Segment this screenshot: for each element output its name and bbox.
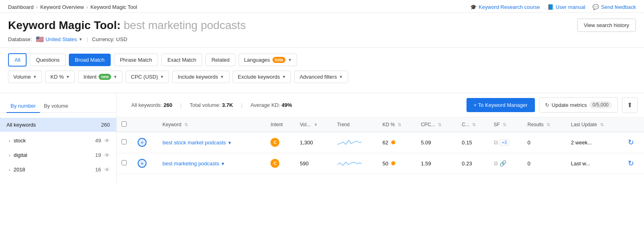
header-add <box>133 117 158 132</box>
header-com[interactable]: C... ⇅ <box>457 117 489 132</box>
filter-dropdowns-row: Volume ▼ KD % ▼ Intent new ▼ CPC (USD) ▼… <box>8 71 636 83</box>
header-results[interactable]: Results ⇅ <box>523 117 566 132</box>
header-sf[interactable]: SF ⇅ <box>489 117 523 132</box>
refresh-cell: ↻ <box>623 132 644 153</box>
trend-cell <box>332 132 378 153</box>
keyword-cell: best stock market podcasts ▼ <box>158 132 266 153</box>
tab-phrase-match[interactable]: Phrase Match <box>114 54 158 66</box>
export-button[interactable]: ⬆ <box>622 97 638 113</box>
keyword-expand[interactable]: ▼ <box>221 161 225 166</box>
group-item-stock[interactable]: › stock 49 👁 <box>6 133 112 148</box>
title-area: Keyword Magic Tool: best marketing podca… <box>8 19 246 43</box>
header-last-update[interactable]: Last Update ⇅ <box>566 117 623 132</box>
header-kd[interactable]: KD % ⇅ <box>378 117 416 132</box>
action-buttons: + To Keyword Manager ↻ Update metrics 0/… <box>466 97 638 113</box>
database-selector[interactable]: 🇺🇸 United States ▼ <box>36 35 83 43</box>
row-checkbox[interactable] <box>122 139 127 144</box>
cpc-cell: 5.09 <box>416 132 457 153</box>
keyword-expand[interactable]: ▼ <box>227 140 232 145</box>
last-update-cell: Last w... <box>566 153 623 174</box>
eye-icon[interactable]: 👁 <box>104 152 110 158</box>
include-keywords-filter[interactable]: Include keywords ▼ <box>172 71 229 83</box>
summary-bar: All keywords: 260 | Total volume: 3.7K |… <box>123 97 300 113</box>
add-keyword-button[interactable]: + <box>138 159 147 168</box>
breadcrumb-dashboard[interactable]: Dashboard <box>8 4 34 10</box>
advanced-filters[interactable]: Advanced filters ▼ <box>294 71 348 83</box>
sf-copy-icon[interactable]: ⧉ <box>494 139 498 146</box>
group-item-digital[interactable]: › digital 19 👁 <box>6 148 112 163</box>
refresh-button[interactable]: ↻ <box>628 159 634 167</box>
all-keywords-row[interactable]: All keywords 260 <box>0 118 116 132</box>
eye-icon[interactable]: 👁 <box>104 167 110 173</box>
user-manual-link[interactable]: 📘 User manual <box>547 4 586 10</box>
refresh-button[interactable]: ↻ <box>628 138 634 146</box>
sf-sort-icon: ⇅ <box>503 122 506 127</box>
keyword-link[interactable]: best marketing podcasts <box>163 161 219 167</box>
sf-more-badge[interactable]: +3 <box>500 139 510 146</box>
sf-copy-icon[interactable]: ⧉ <box>494 160 498 167</box>
tab-related[interactable]: Related <box>205 54 235 66</box>
tab-questions[interactable]: Questions <box>30 54 66 66</box>
tab-broad-match[interactable]: Broad Match <box>69 54 111 66</box>
update-metrics-count: 0/5,000 <box>589 101 612 108</box>
header-intent[interactable]: Intent <box>266 117 295 132</box>
breadcrumb: Dashboard › Keyword Overview › Keyword M… <box>8 4 137 10</box>
sf-link-icon[interactable]: 🔗 <box>500 160 506 167</box>
summary-actions-bar: All keywords: 260 | Total volume: 3.7K |… <box>117 93 644 117</box>
keywords-table: Keyword ⇅ Intent Vol... ▼ Trend KD % ⇅ C… <box>117 117 644 174</box>
database-row: Database: 🇺🇸 United States ▼ | Currency:… <box>8 35 246 43</box>
header-keyword[interactable]: Keyword ⇅ <box>158 117 266 132</box>
header-checkbox <box>117 117 133 132</box>
table: Keyword ⇅ Intent Vol... ▼ Trend KD % ⇅ C… <box>117 117 644 174</box>
feedback-icon: 💬 <box>592 4 599 10</box>
group-item-2018[interactable]: › 2018 16 👁 <box>6 163 112 177</box>
database-chevron: ▼ <box>78 37 83 42</box>
sort-by-volume[interactable]: By volume <box>40 100 72 113</box>
match-tabs-row: All Questions Broad Match Phrase Match E… <box>8 53 636 67</box>
kd-filter[interactable]: KD % ▼ <box>45 71 75 83</box>
intent-filter[interactable]: Intent new ▼ <box>78 71 122 83</box>
to-keyword-manager-button[interactable]: + To Keyword Manager <box>466 98 535 112</box>
header-volume[interactable]: Vol... ▼ <box>295 117 332 132</box>
kd-chevron: ▼ <box>66 75 70 79</box>
table-row: + best marketing podcasts ▼ C 590 <box>117 153 644 174</box>
cpc-cell: 1.59 <box>416 153 457 174</box>
view-history-button[interactable]: View search history <box>577 19 636 32</box>
intent-badge: C <box>270 138 279 147</box>
manual-icon: 📘 <box>547 4 554 10</box>
breadcrumb-keyword-overview[interactable]: Keyword Overview <box>40 4 84 10</box>
volume-sort-icon: ▼ <box>314 122 318 127</box>
eye-icon[interactable]: 👁 <box>104 138 110 144</box>
add-keyword-button[interactable]: + <box>138 138 147 147</box>
keyword-link[interactable]: best stock market podcasts <box>163 140 226 146</box>
main-content: All keywords: 260 | Total volume: 3.7K |… <box>117 93 644 183</box>
filters-section: All Questions Broad Match Phrase Match E… <box>0 48 644 93</box>
us-flag: 🇺🇸 <box>36 35 44 43</box>
breadcrumb-keyword-magic[interactable]: Keyword Magic Tool <box>91 4 137 10</box>
row-checkbox[interactable] <box>122 160 127 165</box>
kd-cell: 62 <box>378 132 416 153</box>
languages-dropdown[interactable]: Languages beta ▼ <box>239 54 297 66</box>
header-trend[interactable]: Trend <box>332 117 378 132</box>
new-badge: new <box>99 74 111 80</box>
sort-by-number[interactable]: By number <box>6 100 40 113</box>
sf-cell: ⧉ 🔗 <box>489 153 523 174</box>
exclude-keywords-filter[interactable]: Exclude keywords ▼ <box>233 71 291 83</box>
sf-cell: ⧉ +3 <box>489 132 523 153</box>
cpc-filter[interactable]: CPC (USD) ▼ <box>126 71 169 83</box>
keyword-research-course-link[interactable]: 🎓 Keyword Research course <box>470 4 540 10</box>
export-icon: ⬆ <box>627 102 632 108</box>
intent-badge: C <box>270 159 279 168</box>
update-metrics-button[interactable]: ↻ Update metrics 0/5,000 <box>539 97 618 113</box>
volume-filter[interactable]: Volume ▼ <box>8 71 42 83</box>
volume-chevron: ▼ <box>33 75 37 79</box>
select-all-checkbox[interactable] <box>122 121 127 127</box>
cpc-sort-icon: ⇅ <box>438 122 442 127</box>
send-feedback-link[interactable]: 💬 Send feedback <box>592 4 636 10</box>
trend-sparkline <box>337 137 361 147</box>
tab-all[interactable]: All <box>8 53 27 67</box>
header-cpc[interactable]: CPC... ⇅ <box>416 117 457 132</box>
content-area: By number By volume All keywords 260 › s… <box>0 93 644 183</box>
top-links: 🎓 Keyword Research course 📘 User manual … <box>470 4 636 10</box>
tab-exact-match[interactable]: Exact Match <box>161 54 202 66</box>
